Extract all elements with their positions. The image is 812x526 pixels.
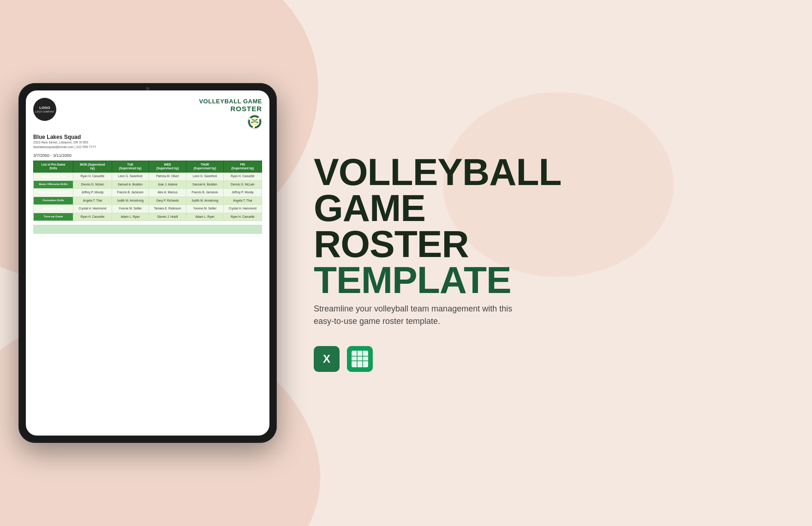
table-row: Energy Check DrillRyan H. CaouetteLeon G… — [34, 173, 262, 180]
supervisor-cell: Samuel A. Bodden — [112, 180, 149, 188]
company-logo: LOGO LOGO COMPANY — [33, 98, 56, 121]
table-row: Basic Offensive DrillsDennis G. MclainSa… — [34, 180, 262, 188]
document-title-area: VOLLEYBALL GAME ROSTER — [199, 98, 262, 129]
logo-subtext: LOGO COMPANY — [35, 110, 54, 113]
supervisor-cell: Jeffrey P. Moody — [73, 189, 112, 197]
document-header: LOGO LOGO COMPANY VOLLEYBALL GAME ROSTER — [33, 98, 262, 129]
logo-text: LOGO — [39, 106, 50, 110]
supervisor-cell: Gary P. Richards — [149, 197, 186, 204]
supervisor-cell: Jeffrey P. Moody — [223, 189, 262, 197]
col-header-drills: List of Pre-GameDrills — [34, 161, 73, 173]
supervisor-cell: Alex A. Marcus — [149, 189, 186, 197]
drill-cell: Footwork Drills — [34, 205, 73, 213]
supervisor-cell: Adam L. Ryan — [186, 213, 223, 221]
supervisor-cell: Dennis G. McLain — [223, 180, 262, 188]
tablet-screen: LOGO LOGO COMPANY VOLLEYBALL GAME ROSTER — [26, 90, 269, 436]
supervisor-cell: Judith M. Armstrong — [112, 197, 149, 204]
supervisor-cell: Steven J. Hukill — [149, 213, 186, 221]
drill-cell: Tune-up Game — [34, 213, 73, 221]
supervisor-cell: Francis B. Jameson — [112, 189, 149, 197]
supervisor-cell: Joan J. Adame — [149, 180, 186, 188]
supervisor-cell: Crystal H. Hammond — [73, 205, 112, 213]
col-header-fri: FRI(Supervised by) — [223, 161, 262, 173]
supervisor-cell: Francis B. Jameson — [186, 189, 223, 197]
drill-cell: Energy Check Drill — [34, 173, 73, 180]
tablet: LOGO LOGO COMPANY VOLLEYBALL GAME ROSTER — [18, 83, 277, 443]
table-row: Formation DrillsAngela T. ThaiJudith M. … — [34, 197, 262, 204]
team-contact: bluelakessquad@email.com | 222 555 7777 — [33, 145, 262, 149]
supervisor-cell: Angela T. Thai — [223, 197, 262, 204]
supervisor-cell: Samuel A. Bodden — [186, 180, 223, 188]
supervisor-cell: Yvonne M. Sellier — [112, 205, 149, 213]
supervisor-cell: Tamara E. Robinson — [149, 205, 186, 213]
supervisor-cell: Ryan H. Caouette — [73, 213, 112, 221]
supervisor-cell: Ryan H. Caouette — [223, 213, 262, 221]
date-range: 3/7/2050 - 3/11/2050 — [33, 153, 262, 158]
table-row: Tune-up GameRyan H. CaouetteAdam L. Ryan… — [34, 213, 262, 221]
supervisor-cell: Judith M. Armstrong — [186, 197, 223, 204]
document-subtitle: ROSTER — [199, 105, 262, 113]
heading-line-game: GAME — [314, 190, 794, 226]
excel-app-icon[interactable]: X — [314, 346, 340, 372]
svg-text:X: X — [323, 353, 330, 365]
heading-line-roster: ROSTER — [314, 226, 794, 262]
supervisor-cell: Yvonne M. Sellier — [186, 205, 223, 213]
heading-line-volleyball: VOLLEYBALL — [314, 154, 794, 190]
supervisor-cell: Patricia M. Oliver — [149, 173, 186, 180]
supervisor-cell: Ryan H. Caouette — [73, 173, 112, 180]
supervisor-cell: Leon G. Swanford — [112, 173, 149, 180]
footer-bar — [33, 225, 262, 234]
col-header-tue: TUE(Supervised by) — [112, 161, 149, 173]
right-panel: VOLLEYBALL GAME ROSTER TEMPLATE Streamli… — [304, 154, 794, 372]
supervisor-cell: Leon G. Swanford — [186, 173, 223, 180]
supervisor-cell: Ryan H. Caouette — [223, 173, 262, 180]
document-title: VOLLEYBALL GAME — [199, 98, 262, 105]
supervisor-cell: Dennis G. Mclain — [73, 180, 112, 188]
svg-rect-7 — [352, 351, 368, 367]
tablet-camera — [146, 87, 149, 90]
table-row: Basic Defensive DrillsJeffrey P. MoodyFr… — [34, 189, 262, 197]
col-header-mon: MON (Supervisedby) — [73, 161, 112, 173]
drill-cell: Basic Offensive Drills — [34, 180, 73, 188]
heading-line-template: TEMPLATE — [314, 262, 794, 298]
col-header-wed: WED(Supervised by) — [149, 161, 186, 173]
drill-cell: Basic Defensive Drills — [34, 189, 73, 197]
volleyball-icon — [247, 114, 262, 129]
supervisor-cell: Crystal H. Hammond — [223, 205, 262, 213]
team-address: 2523 New Street, Lebanon, OR 97355 — [33, 140, 262, 145]
description-text: Streamline your volleyball team manageme… — [314, 303, 526, 328]
table-row: Footwork DrillsCrystal H. HammondYvonne … — [34, 205, 262, 213]
team-name: Blue Lakes Squad — [33, 134, 262, 140]
team-info: Blue Lakes Squad 2523 New Street, Lebano… — [33, 134, 262, 149]
main-heading: VOLLEYBALL GAME ROSTER TEMPLATE — [314, 154, 794, 298]
main-layout: LOGO LOGO COMPANY VOLLEYBALL GAME ROSTER — [0, 0, 812, 526]
col-header-thur: THUR(Supervised by) — [186, 161, 223, 173]
drill-cell: Formation Drills — [34, 197, 73, 204]
app-icons-row: X — [314, 346, 794, 372]
roster-table: List of Pre-GameDrills MON (Supervisedby… — [33, 161, 262, 221]
sheets-app-icon[interactable] — [347, 346, 373, 372]
supervisor-cell: Angela T. Thai — [73, 197, 112, 204]
tablet-wrapper: LOGO LOGO COMPANY VOLLEYBALL GAME ROSTER — [18, 83, 277, 443]
supervisor-cell: Adam L. Ryan — [112, 213, 149, 221]
